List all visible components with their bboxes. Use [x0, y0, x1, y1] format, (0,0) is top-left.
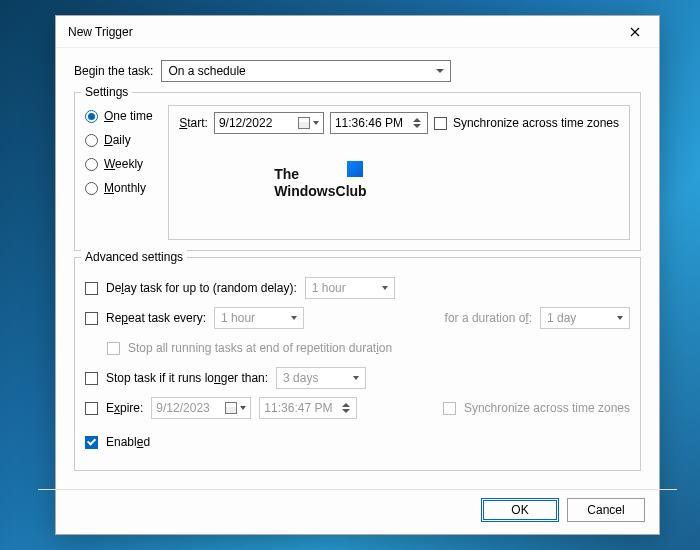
schedule-panel: Start: 9/12/2022 11:36:46 PM [168, 105, 630, 240]
repeat-value: 1 hour [221, 311, 255, 325]
chevron-down-icon [240, 406, 246, 410]
new-trigger-dialog: New Trigger Begin the task: On a schedul… [55, 15, 660, 535]
settings-fieldset: Settings One time Daily Weekly [74, 92, 641, 251]
spinner-icon [411, 118, 423, 128]
stop-all-checkbox [107, 342, 120, 355]
chevron-down-icon [617, 316, 623, 320]
start-date-input[interactable]: 9/12/2022 [214, 112, 324, 134]
start-time-value: 11:36:46 PM [335, 116, 403, 130]
chevron-down-icon [436, 69, 444, 73]
dialog-content: Begin the task: On a schedule Settings O… [56, 48, 659, 485]
advanced-legend: Advanced settings [81, 250, 187, 264]
settings-legend: Settings [81, 85, 132, 99]
ok-button[interactable]: OK [481, 498, 559, 522]
radio-label-daily: Daily [104, 133, 131, 147]
enabled-row: Enabled [85, 430, 630, 454]
expire-sync-label: Synchronize across time zones [464, 401, 630, 415]
start-time-input[interactable]: 11:36:46 PM [330, 112, 428, 134]
start-date-value: 9/12/2022 [219, 116, 272, 130]
radio-icon [85, 182, 98, 195]
advanced-fieldset: Advanced settings Delay task for up to (… [74, 257, 641, 471]
expire-date-value: 9/12/2023 [156, 401, 209, 415]
duration-combo[interactable]: 1 day [540, 307, 630, 329]
repeat-checkbox[interactable] [85, 312, 98, 325]
stop-longer-combo[interactable]: 3 days [276, 367, 366, 389]
delay-value: 1 hour [312, 281, 346, 295]
stop-all-label: Stop all running tasks at end of repetit… [128, 341, 392, 355]
expire-time-value: 11:36:47 PM [264, 401, 332, 415]
enabled-checkbox[interactable] [85, 436, 98, 449]
cancel-button[interactable]: Cancel [567, 498, 645, 522]
recurrence-column: One time Daily Weekly Monthly [85, 105, 154, 240]
radio-label-weekly: Weekly [104, 157, 143, 171]
delay-row: Delay task for up to (random delay): 1 h… [85, 276, 630, 300]
begin-task-select[interactable]: On a schedule [161, 60, 451, 82]
begin-task-row: Begin the task: On a schedule [74, 60, 641, 82]
calendar-icon [225, 402, 237, 414]
begin-task-label: Begin the task: [74, 64, 153, 78]
duration-label: for a duration of: [445, 311, 532, 325]
sync-timezones-checkbox[interactable] [434, 117, 447, 130]
delay-combo[interactable]: 1 hour [305, 277, 395, 299]
chevron-down-icon [291, 316, 297, 320]
delay-checkbox[interactable] [85, 282, 98, 295]
expire-sync-checkbox [443, 402, 456, 415]
radio-label-monthly: Monthly [104, 181, 146, 195]
sync-timezones-label: Synchronize across time zones [453, 116, 619, 130]
stop-all-row: Stop all running tasks at end of repetit… [107, 336, 630, 360]
radio-daily[interactable]: Daily [85, 133, 154, 147]
stop-longer-row: Stop task if it runs longer than: 3 days [85, 366, 630, 390]
close-button[interactable] [619, 18, 651, 46]
radio-monthly[interactable]: Monthly [85, 181, 154, 195]
expire-row: Expire: 9/12/2023 11:36:47 PM Synch [85, 396, 630, 420]
expire-date-input[interactable]: 9/12/2023 [151, 397, 251, 419]
repeat-combo[interactable]: 1 hour [214, 307, 304, 329]
chevron-down-icon [382, 286, 388, 290]
stop-longer-checkbox[interactable] [85, 372, 98, 385]
enabled-label: Enabled [106, 435, 150, 449]
expire-label: Expire: [106, 401, 143, 415]
repeat-label: Repeat task every: [106, 311, 206, 325]
radio-icon [85, 110, 98, 123]
stop-longer-value: 3 days [283, 371, 318, 385]
expire-time-input[interactable]: 11:36:47 PM [259, 397, 357, 419]
calendar-icon [298, 117, 310, 129]
radio-weekly[interactable]: Weekly [85, 157, 154, 171]
begin-task-value: On a schedule [168, 64, 245, 78]
duration-value: 1 day [547, 311, 576, 325]
radio-icon [85, 158, 98, 171]
titlebar: New Trigger [56, 16, 659, 48]
radio-icon [85, 134, 98, 147]
radio-one-time[interactable]: One time [85, 109, 154, 123]
start-label: Start: [179, 116, 208, 130]
expire-checkbox[interactable] [85, 402, 98, 415]
repeat-row: Repeat task every: 1 hour for a duration… [85, 306, 630, 330]
chevron-down-icon [313, 121, 319, 125]
watermark-text: The WindowsClub [274, 166, 366, 200]
delay-label: Delay task for up to (random delay): [106, 281, 297, 295]
stop-longer-label: Stop task if it runs longer than: [106, 371, 268, 385]
close-icon [630, 27, 640, 37]
spinner-icon [340, 403, 352, 413]
radio-label-one-time: One time [104, 109, 153, 123]
chevron-down-icon [353, 376, 359, 380]
button-row: OK Cancel [56, 490, 659, 534]
dialog-title: New Trigger [68, 25, 133, 39]
